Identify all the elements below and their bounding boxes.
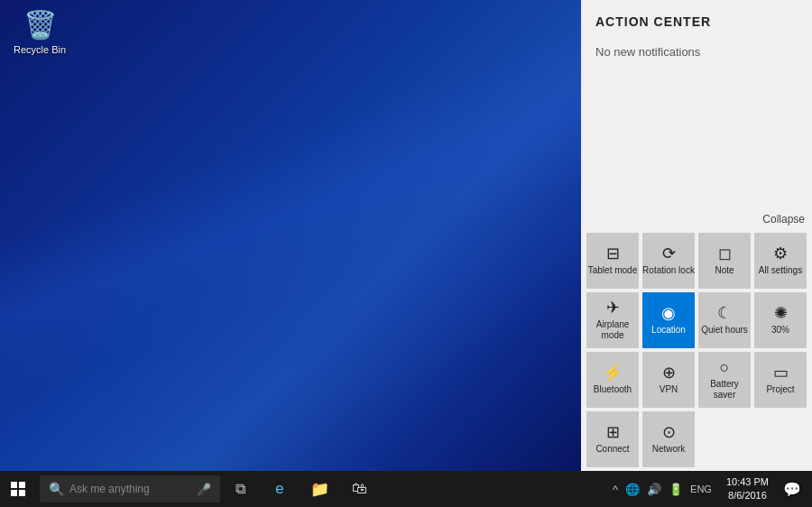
ac-tile-icon-brightness-30: ✺ [774,305,788,321]
ac-tile-icon-all-settings: ⚙ [773,245,788,262]
store-button[interactable]: 🛍 [339,471,379,507]
ac-tile-icon-vpn: ⊕ [662,364,676,381]
ac-tile-icon-battery-saver: ○ [720,359,730,375]
collapse-button[interactable]: Collapse [581,209,812,229]
ac-tile-quiet-hours[interactable]: ☾Quiet hours [698,292,751,348]
ac-tile-label-project: Project [766,384,794,395]
battery-tray-icon[interactable]: 🔋 [667,481,685,498]
ac-tile-vpn[interactable]: ⊕VPN [642,352,695,408]
ac-tile-label-rotation-lock: Rotation lock [642,265,695,276]
ac-tile-label-all-settings: All settings [759,265,802,276]
ac-tile-battery-saver[interactable]: ○Battery saver [698,352,751,408]
ac-tile-project[interactable]: ▭Project [754,352,807,408]
microphone-icon: 🎤 [197,483,211,496]
ac-tile-icon-airplane-mode: ✈ [606,300,620,316]
search-bar[interactable]: 🔍 Ask me anything 🎤 [40,475,220,502]
keyboard-tray-icon[interactable]: ENG [688,482,714,496]
action-center-icon: 💬 [783,481,801,498]
ac-tile-icon-network: ⊙ [662,424,676,440]
action-center-notifications: No new notifications [581,36,812,209]
ac-tile-label-note: Note [715,265,734,276]
system-clock[interactable]: 10:43 PM 8/6/2016 [719,475,776,503]
ac-tile-icon-note: ◻ [718,245,732,262]
collapse-label: Collapse [762,213,805,226]
ac-tile-connect[interactable]: ⊞Connect [586,411,639,467]
ac-tile-brightness-30[interactable]: ✺30% [754,292,807,348]
ac-tile-label-bluetooth: Bluetooth [594,384,632,395]
ac-tile-icon-tablet-mode: ⊟ [606,245,620,262]
tray-chevron[interactable]: ^ [611,481,620,498]
clock-date: 8/6/2016 [728,489,767,502]
volume-tray-icon[interactable]: 🔊 [645,481,663,498]
action-center-panel: ACTION CENTER No new notifications Colla… [581,0,812,471]
ac-tile-tablet-mode[interactable]: ⊟Tablet mode [586,233,639,289]
ac-tile-icon-bluetooth: ⚡ [603,364,623,381]
recycle-bin-icon[interactable]: 🗑️ Recycle Bin [13,9,67,55]
ac-tile-label-brightness-30: 30% [771,325,789,336]
ac-tile-label-location: Location [651,325,686,336]
ac-tile-network[interactable]: ⊙Network [642,411,695,467]
task-view-button[interactable]: ⧉ [220,471,260,507]
ac-tile-label-vpn: VPN [660,384,678,395]
system-tray: ^ 🌐 🔊 🔋 ENG [605,481,719,498]
taskbar: 🔍 Ask me anything 🎤 ⧉ e 📁 🛍 ^ 🌐 🔊 🔋 ENG [0,471,812,507]
ac-tile-rotation-lock[interactable]: ⟳Rotation lock [642,233,695,289]
recycle-bin-label: Recycle Bin [14,44,66,55]
ac-tile-location[interactable]: ◉Location [642,292,695,348]
ac-tile-icon-project: ▭ [773,364,789,381]
ac-tile-airplane-mode[interactable]: ✈Airplane mode [586,292,639,348]
taskbar-left: 🔍 Ask me anything 🎤 ⧉ e 📁 🛍 [0,471,605,507]
ac-tile-all-settings[interactable]: ⚙All settings [754,233,807,289]
search-placeholder: Ask me anything [69,483,197,495]
ac-tile-bluetooth[interactable]: ⚡Bluetooth [586,352,639,408]
taskbar-right: ^ 🌐 🔊 🔋 ENG 10:43 PM 8/6/2016 💬 [605,471,812,507]
ac-tile-icon-rotation-lock: ⟳ [662,245,676,262]
action-center-title: ACTION CENTER [581,0,812,36]
desktop: 🗑️ Recycle Bin ACTION CENTER No new noti… [0,0,812,507]
ac-tile-label-quiet-hours: Quiet hours [701,325,748,336]
ac-tile-note[interactable]: ◻Note [698,233,751,289]
clock-time: 10:43 PM [726,475,769,489]
ac-tile-label-battery-saver: Battery saver [698,379,751,401]
search-icon: 🔍 [49,482,64,496]
action-center-tiles: ⊟Tablet mode⟳Rotation lock◻Note⚙All sett… [581,229,812,471]
edge-browser-button[interactable]: e [260,471,300,507]
ac-tile-label-network: Network [652,444,686,455]
ac-tile-icon-location: ◉ [661,305,676,321]
start-button[interactable] [0,471,36,507]
network-tray-icon[interactable]: 🌐 [623,481,641,498]
ac-tile-label-connect: Connect [595,444,629,455]
file-explorer-button[interactable]: 📁 [300,471,339,507]
action-center-button[interactable]: 💬 [776,471,808,507]
ac-tile-label-airplane-mode: Airplane mode [586,319,639,341]
ac-tile-icon-connect: ⊞ [606,424,620,440]
ac-tile-icon-quiet-hours: ☾ [717,305,732,321]
ac-tile-label-tablet-mode: Tablet mode [588,265,637,276]
recycle-bin-image: 🗑️ [23,9,57,41]
windows-logo [11,482,25,496]
